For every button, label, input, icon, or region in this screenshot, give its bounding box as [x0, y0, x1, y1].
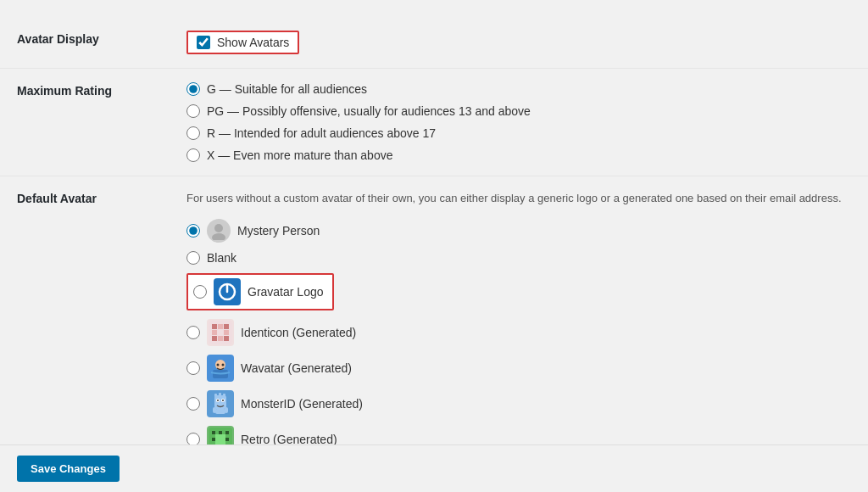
- svg-point-16: [222, 363, 225, 366]
- default-avatar-content: For users without a custom avatar of the…: [186, 190, 851, 461]
- svg-rect-7: [212, 330, 217, 335]
- settings-page: Avatar Display Show Avatars Maximum Rati…: [0, 0, 868, 492]
- avatar-display-label: Avatar Display: [17, 31, 186, 46]
- avatar-monsterid-radio[interactable]: [186, 397, 200, 411]
- rating-g-radio[interactable]: [186, 82, 200, 96]
- avatar-mystery-option[interactable]: Mystery Person: [186, 219, 851, 243]
- svg-rect-10: [224, 336, 229, 341]
- svg-rect-5: [224, 324, 229, 329]
- svg-point-15: [217, 363, 220, 366]
- svg-rect-6: [218, 324, 223, 329]
- rating-r-radio[interactable]: [186, 126, 200, 140]
- rating-x-option[interactable]: X — Even more mature than above: [186, 148, 851, 162]
- svg-point-21: [217, 400, 219, 401]
- show-avatars-checkbox[interactable]: [197, 36, 210, 49]
- avatar-identicon-option[interactable]: Identicon (Generated): [186, 319, 851, 346]
- svg-rect-11: [218, 336, 223, 341]
- avatar-gravatar-label[interactable]: Gravatar Logo: [248, 285, 324, 299]
- avatar-mystery-label[interactable]: Mystery Person: [237, 224, 320, 238]
- rating-r-option[interactable]: R — Intended for adult audiences above 1…: [186, 126, 851, 140]
- show-avatars-text: Show Avatars: [217, 36, 289, 49]
- avatar-mystery-radio[interactable]: [186, 224, 200, 238]
- svg-rect-32: [225, 431, 229, 434]
- rating-g-label[interactable]: G — Suitable for all audiences: [207, 82, 367, 96]
- avatar-monsterid-option[interactable]: MonsterID (Generated): [186, 390, 851, 417]
- avatar-wavatar-option[interactable]: Wavatar (Generated): [186, 355, 851, 382]
- svg-rect-27: [219, 393, 221, 397]
- avatar-identicon-radio[interactable]: [186, 326, 200, 339]
- default-avatar-description: For users without a custom avatar of the…: [186, 190, 851, 207]
- svg-rect-34: [225, 438, 229, 441]
- gravatar-logo-icon: [214, 278, 241, 305]
- svg-rect-33: [212, 438, 215, 441]
- avatar-gravatar-wrapper: Gravatar Logo: [186, 273, 334, 310]
- avatar-blank-option[interactable]: Blank: [186, 251, 851, 265]
- monsterid-icon: [207, 390, 234, 417]
- svg-rect-38: [215, 434, 225, 444]
- save-changes-bar: Save Changes: [0, 444, 868, 492]
- svg-rect-28: [223, 394, 225, 397]
- avatar-display-content: Show Avatars: [186, 31, 851, 54]
- avatar-gravatar-radio[interactable]: [193, 285, 207, 299]
- rating-pg-radio[interactable]: [186, 104, 200, 118]
- svg-rect-25: [215, 409, 225, 414]
- svg-point-0: [214, 224, 223, 232]
- svg-point-1: [212, 233, 225, 240]
- rating-x-label[interactable]: X — Even more mature than above: [207, 148, 392, 162]
- show-avatars-wrapper: Show Avatars: [186, 31, 299, 54]
- identicon-icon: [207, 319, 234, 346]
- rating-x-radio[interactable]: [186, 148, 200, 162]
- avatar-blank-radio[interactable]: [186, 251, 200, 265]
- svg-rect-30: [212, 431, 215, 434]
- maximum-rating-row: Maximum Rating G — Suitable for all audi…: [0, 69, 868, 176]
- rating-r-label[interactable]: R — Intended for adult audiences above 1…: [207, 126, 436, 140]
- svg-rect-8: [224, 330, 229, 335]
- save-changes-button[interactable]: Save Changes: [17, 456, 120, 482]
- svg-rect-31: [219, 431, 222, 434]
- svg-point-22: [222, 400, 224, 401]
- avatar-monsterid-label[interactable]: MonsterID (Generated): [241, 397, 363, 411]
- svg-rect-4: [212, 324, 217, 329]
- svg-rect-26: [214, 394, 217, 397]
- default-avatar-label: Default Avatar: [17, 190, 186, 205]
- avatar-wavatar-radio[interactable]: [186, 361, 200, 375]
- rating-g-option[interactable]: G — Suitable for all audiences: [186, 82, 851, 96]
- avatar-identicon-label[interactable]: Identicon (Generated): [241, 326, 356, 339]
- show-avatars-label[interactable]: Show Avatars: [197, 36, 289, 49]
- maximum-rating-content: G — Suitable for all audiences PG — Poss…: [186, 82, 851, 162]
- wavatar-icon: [207, 355, 234, 382]
- avatar-display-row: Avatar Display Show Avatars: [0, 17, 868, 69]
- mystery-person-icon: [207, 219, 231, 243]
- default-avatar-row: Default Avatar For users without a custo…: [0, 176, 868, 476]
- rating-pg-option[interactable]: PG — Possibly offensive, usually for aud…: [186, 104, 851, 118]
- avatar-blank-label[interactable]: Blank: [207, 251, 236, 265]
- maximum-rating-label: Maximum Rating: [17, 82, 186, 98]
- svg-rect-9: [212, 336, 217, 341]
- avatar-wavatar-label[interactable]: Wavatar (Generated): [241, 361, 352, 375]
- rating-pg-label[interactable]: PG — Possibly offensive, usually for aud…: [207, 104, 531, 118]
